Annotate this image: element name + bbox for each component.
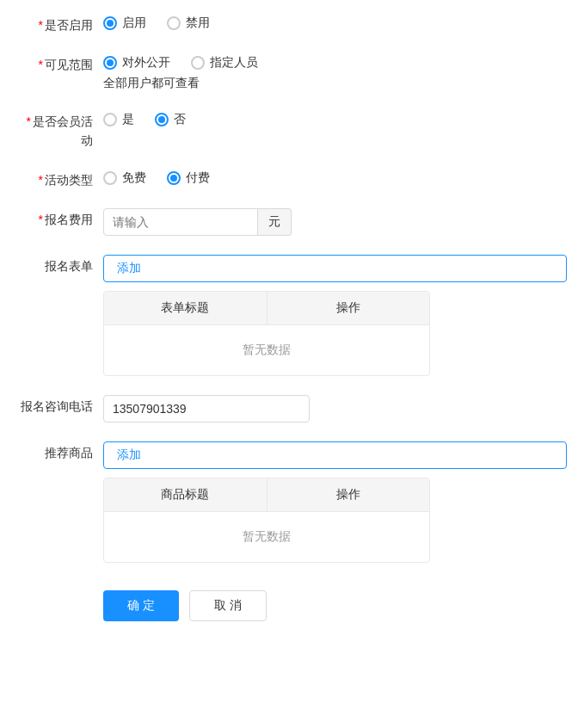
- member-activity-option-label-0: 是: [122, 112, 134, 127]
- member-activity-radio-group: 是 否: [103, 110, 567, 127]
- phone-label: 报名咨询电话: [17, 395, 103, 416]
- member-activity-option-1[interactable]: 否: [155, 112, 186, 127]
- recommended-product-col-action: 操作: [267, 478, 430, 511]
- activity-type-label: 活动类型: [17, 169, 103, 189]
- enabled-option-label-0: 启用: [122, 15, 146, 31]
- activity-type-option-label-1: 付费: [186, 170, 210, 186]
- visibility-option-1[interactable]: 指定人员: [191, 55, 258, 71]
- enabled-option-1[interactable]: 禁用: [167, 15, 210, 31]
- confirm-button[interactable]: 确 定: [103, 590, 179, 621]
- member-activity-content: 是 否: [103, 110, 567, 127]
- action-spacer: [17, 582, 103, 583]
- enabled-label: 是否启用: [17, 14, 103, 34]
- registration-form-empty: 暂无数据: [104, 324, 429, 375]
- enabled-radio-0[interactable]: [103, 16, 117, 30]
- enabled-option-label-1: 禁用: [186, 15, 210, 31]
- member-activity-label: 是否会员活动: [17, 110, 103, 150]
- fee-label: 报名费用: [17, 208, 103, 229]
- activity-type-radio-1[interactable]: [167, 171, 181, 185]
- enabled-content: 启用 禁用: [103, 14, 567, 31]
- fee-addon: 元: [258, 208, 292, 236]
- fee-input[interactable]: [103, 208, 258, 236]
- visibility-row: 可见范围 对外公开 指定人员 全部用户都可查看: [17, 53, 567, 91]
- recommended-product-table: 商品标题 操作 暂无数据: [103, 478, 430, 563]
- phone-row: 报名咨询电话: [17, 395, 567, 423]
- registration-form-table: 表单标题 操作 暂无数据: [103, 291, 430, 376]
- member-activity-option-0[interactable]: 是: [103, 112, 134, 127]
- activity-type-option-0[interactable]: 免费: [103, 170, 146, 186]
- fee-row: 报名费用 元: [17, 208, 567, 236]
- registration-form-label: 报名表单: [17, 255, 103, 275]
- activity-type-content: 免费 付费: [103, 169, 567, 186]
- action-row: 确 定 取 消: [17, 582, 567, 621]
- visibility-option-0[interactable]: 对外公开: [103, 55, 170, 71]
- phone-input[interactable]: [103, 395, 310, 423]
- activity-type-option-label-0: 免费: [122, 170, 146, 186]
- visibility-radio-0[interactable]: [103, 56, 117, 70]
- member-activity-row: 是否会员活动 是 否: [17, 110, 567, 150]
- recommended-product-row: 推荐商品 添加 商品标题 操作 暂无数据: [17, 441, 567, 563]
- registration-form-content: 添加 表单标题 操作 暂无数据: [103, 255, 567, 376]
- registration-form-add-button[interactable]: 添加: [103, 255, 567, 282]
- recommended-product-add-button[interactable]: 添加: [103, 441, 567, 469]
- action-buttons: 确 定 取 消: [103, 590, 567, 621]
- enabled-radio-1[interactable]: [167, 16, 181, 30]
- activity-type-radio-0[interactable]: [103, 171, 117, 185]
- registration-form-col-action: 操作: [267, 292, 430, 324]
- fee-content: 元: [103, 208, 567, 236]
- visibility-radio-group: 对外公开 指定人员: [103, 53, 567, 71]
- enabled-radio-group: 启用 禁用: [103, 14, 567, 31]
- recommended-product-table-header: 商品标题 操作: [104, 478, 429, 511]
- member-activity-radio-0[interactable]: [103, 113, 117, 126]
- recommended-product-empty: 暂无数据: [104, 511, 429, 562]
- cancel-button[interactable]: 取 消: [189, 590, 267, 621]
- visibility-option-label-0: 对外公开: [122, 55, 170, 71]
- activity-type-option-1[interactable]: 付费: [167, 170, 210, 186]
- visibility-hint: 全部用户都可查看: [103, 76, 567, 91]
- recommended-product-label: 推荐商品: [17, 441, 103, 462]
- member-activity-radio-1[interactable]: [155, 113, 169, 126]
- fee-input-wrapper: 元: [103, 208, 567, 236]
- registration-form-col-title: 表单标题: [104, 292, 267, 324]
- enabled-row: 是否启用 启用 禁用: [17, 14, 567, 34]
- visibility-content: 对外公开 指定人员 全部用户都可查看: [103, 53, 567, 91]
- recommended-product-content: 添加 商品标题 操作 暂无数据: [103, 441, 567, 563]
- phone-content: [103, 395, 567, 423]
- visibility-option-label-1: 指定人员: [210, 55, 258, 71]
- member-activity-option-label-1: 否: [174, 112, 186, 127]
- visibility-label: 可见范围: [17, 53, 103, 74]
- enabled-option-0[interactable]: 启用: [103, 15, 146, 31]
- action-content: 确 定 取 消: [103, 582, 567, 621]
- activity-type-radio-group: 免费 付费: [103, 169, 567, 186]
- visibility-radio-1[interactable]: [191, 56, 205, 70]
- registration-form-row: 报名表单 添加 表单标题 操作 暂无数据: [17, 255, 567, 376]
- registration-form-table-header: 表单标题 操作: [104, 292, 429, 324]
- recommended-product-col-title: 商品标题: [104, 478, 267, 511]
- activity-type-row: 活动类型 免费 付费: [17, 169, 567, 189]
